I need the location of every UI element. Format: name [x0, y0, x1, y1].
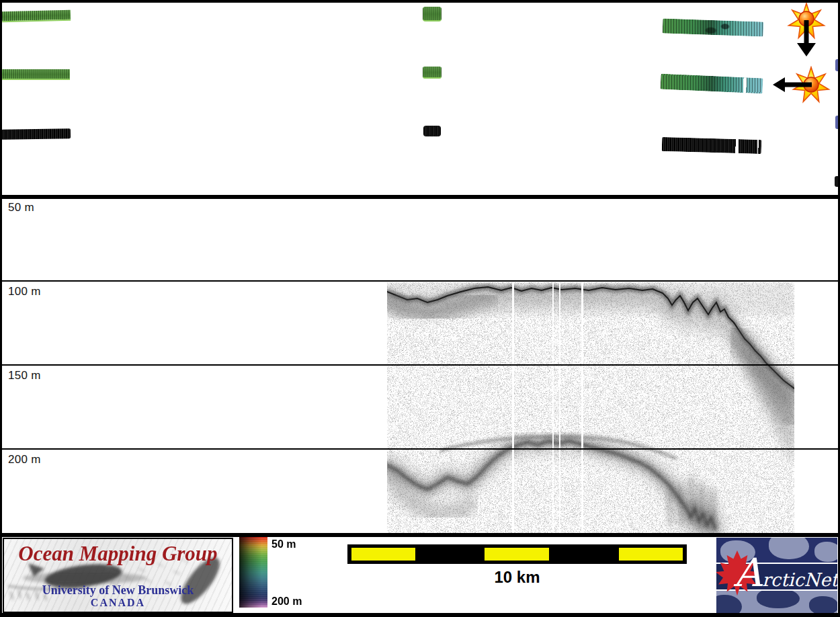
depth-label-50m: 50 m	[8, 201, 34, 214]
panel-divider-top	[0, 195, 840, 199]
arcticnet-wordmark: ArcticNet	[734, 552, 837, 600]
omg-country: CANADA	[4, 597, 232, 609]
colorbar-top-label: 50 m	[271, 538, 296, 550]
bathymetry-strip-mid-2	[423, 67, 442, 79]
arcticnet-logo: ArcticNet	[716, 538, 837, 613]
scalebar-segment	[619, 548, 683, 561]
subbottom-echogram	[387, 282, 794, 533]
figure-canvas: 50 m 100 m 150 m 200 m	[0, 0, 840, 617]
depth-label-150m: 150 m	[8, 369, 41, 382]
omg-university: University of New Brunswick	[4, 583, 232, 598]
blast-arrow-left-icon	[771, 66, 840, 108]
depth-label-200m: 200 m	[8, 453, 41, 466]
frame-bottom	[0, 613, 840, 617]
bathymetry-strip-mid-1	[423, 7, 442, 22]
bathymetry-strip-left-1	[2, 10, 71, 22]
depth-gridline-150m	[0, 364, 840, 366]
bathymetry-strip-left-2	[1, 69, 70, 80]
frame-left	[0, 0, 2, 617]
bathymetry-strip-mid-3	[423, 126, 441, 136]
panel-divider-bottom	[0, 533, 840, 537]
scalebar-segment	[485, 548, 549, 561]
bathymetry-strip-right-3	[662, 137, 762, 154]
depth-label-100m: 100 m	[8, 285, 41, 298]
bathymetry-strip-right-1	[663, 18, 764, 36]
depth-colorbar	[239, 537, 267, 608]
scalebar-segment	[351, 548, 415, 561]
scalebar-label: 10 km	[347, 568, 687, 587]
frame-top	[0, 0, 840, 3]
blast-arrow-down-icon	[786, 3, 827, 59]
omg-title: Ocean Mapping Group	[4, 542, 232, 566]
map-scalebar	[347, 544, 687, 564]
ocean-mapping-group-logo: Ocean Mapping Group University of New Br…	[3, 538, 233, 613]
bathymetry-strip-left-3	[1, 128, 71, 140]
bathymetry-strip-right-2	[661, 74, 763, 94]
depth-gridline-100m	[0, 280, 840, 282]
colorbar-bottom-label: 200 m	[271, 595, 302, 608]
depth-gridline-200m	[0, 448, 840, 450]
